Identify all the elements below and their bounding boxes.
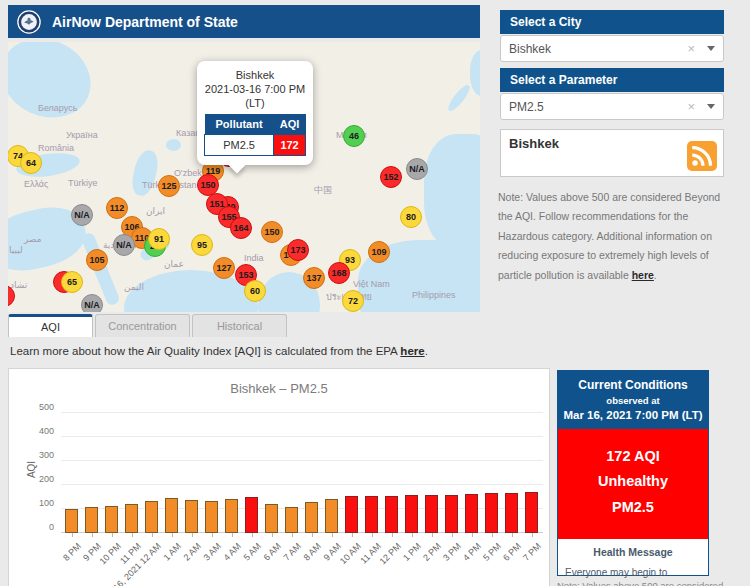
- health-message-title: Health Message: [565, 546, 701, 558]
- sidebar-note-link[interactable]: here: [632, 269, 654, 281]
- chart-x-tick: [532, 533, 533, 537]
- chart-bar: [465, 494, 478, 533]
- parameter-select[interactable]: PM2.5 ×: [500, 93, 724, 120]
- map-place-label: Беларусь: [38, 103, 77, 113]
- aqi-marker[interactable]: 91: [148, 228, 170, 250]
- chart-gridline: [61, 412, 543, 413]
- aqi-marker[interactable]: 127: [213, 257, 235, 279]
- chart-bar: [445, 495, 458, 533]
- aqi-marker[interactable]: 152: [380, 166, 402, 188]
- aqi-category: Unhealthy: [562, 469, 704, 494]
- chart-x-tick: [312, 533, 313, 537]
- health-message-block: Health Message Everyone may begin to exp…: [558, 539, 708, 586]
- chart-x-tick-label: 3 AM: [201, 541, 223, 563]
- city-select-value: Bishkek: [509, 42, 679, 56]
- chart-x-tick-label: 12 PM: [377, 541, 402, 566]
- lake-baikal-shape: [445, 82, 473, 113]
- aqi-marker[interactable]: 46: [343, 125, 365, 147]
- map-place-label: Philippines: [412, 290, 456, 300]
- aqi-pollutant: PM2.5: [562, 495, 704, 520]
- aqi-marker[interactable]: 164: [230, 217, 252, 239]
- chart-bar: [185, 500, 198, 533]
- aqi-marker[interactable]: 125: [158, 175, 180, 197]
- aqi-marker[interactable]: 60: [244, 280, 266, 302]
- map-place-label: اليمن: [124, 282, 144, 292]
- aqi-marker[interactable]: N/A: [113, 234, 135, 256]
- chart-x-tick: [512, 533, 513, 537]
- city-clear-icon[interactable]: ×: [679, 41, 703, 56]
- aqi-marker[interactable]: 72: [342, 290, 364, 312]
- chart-x-tick-label: 2 PM: [421, 541, 443, 563]
- popup-timezone: (LT): [204, 97, 306, 111]
- aqi-marker[interactable]: 112: [106, 197, 128, 219]
- sidebar-note-before: Note: Values above 500 are considered Be…: [498, 191, 720, 281]
- aqi-marker[interactable]: 168: [328, 262, 350, 284]
- aqi-marker[interactable]: N/A: [81, 294, 103, 312]
- chart-gridline: [61, 460, 543, 461]
- rss-feed-city: Bishkek: [509, 136, 715, 151]
- aqi-marker[interactable]: 64: [20, 152, 42, 174]
- chart-y-tick-label: 100: [39, 498, 54, 508]
- app-header: AirNow Department of State: [8, 5, 480, 38]
- tab-aqi[interactable]: AQI: [8, 314, 93, 337]
- map[interactable]: БеларусьУкраїнаRomâniaΕλλάςTürkiyeКазақс…: [8, 42, 480, 312]
- parameter-caret-icon[interactable]: [707, 104, 715, 109]
- city-select[interactable]: Bishkek ×: [500, 35, 724, 62]
- epa-link[interactable]: here: [400, 345, 424, 357]
- sea-shape: [424, 134, 480, 250]
- chart-x-tick: [492, 533, 493, 537]
- chart-x-tick-label: 8 AM: [301, 541, 323, 563]
- current-conditions-panel: Current Conditions observed at Mar 16, 2…: [557, 370, 709, 576]
- chart-x-tick: [172, 533, 173, 537]
- chart-x-tick-label: 6 AM: [261, 541, 283, 563]
- chart-x-tick-label: 11 AM: [358, 541, 383, 566]
- sea-shape: [129, 148, 161, 198]
- sidebar-note-after: .: [654, 269, 657, 281]
- map-place-label: România: [38, 143, 74, 153]
- observed-at-label: observed at: [562, 395, 704, 406]
- sidebar-note: Note: Values above 500 are considered Be…: [498, 188, 736, 285]
- chart-bar: [505, 493, 518, 533]
- aqi-marker[interactable]: 150: [261, 221, 283, 243]
- popup-aqi-value: 172: [274, 135, 306, 156]
- map-place-label: India: [244, 253, 264, 263]
- parameter-clear-icon[interactable]: ×: [679, 99, 703, 114]
- chart-y-tick-label: 400: [39, 426, 54, 436]
- aqi-marker[interactable]: 80: [400, 206, 422, 228]
- chart-x-tick: [232, 533, 233, 537]
- chart-x-tick: [272, 533, 273, 537]
- aqi-marker[interactable]: 173: [287, 239, 309, 261]
- map-place-label: Україна: [66, 130, 98, 140]
- parameter-panel: Select a Parameter PM2.5 ×: [500, 68, 724, 120]
- chart-gridline: [61, 484, 543, 485]
- chart-x-tick-label: 10 AM: [337, 541, 362, 566]
- aqi-marker[interactable]: 95: [191, 234, 213, 256]
- aqi-marker[interactable]: N/A: [406, 158, 428, 180]
- city-caret-icon[interactable]: [707, 46, 715, 51]
- rss-icon[interactable]: [687, 141, 717, 171]
- popup-city: Bishkek: [204, 69, 306, 83]
- tab-concentration[interactable]: Concentration: [95, 314, 190, 337]
- tab-historical[interactable]: Historical: [192, 314, 287, 337]
- aqi-alert-block: 172 AQI Unhealthy PM2.5: [558, 429, 708, 539]
- popup-tail: [229, 157, 246, 174]
- aqi-marker[interactable]: 109: [368, 241, 390, 263]
- popup-pollutant-value: PM2.5: [205, 135, 274, 156]
- chart-bar: [205, 501, 218, 533]
- chart-x-tick-label: 5 AM: [241, 541, 263, 563]
- chart-bar: [285, 507, 298, 533]
- aqi-marker[interactable]: 105: [86, 249, 108, 271]
- aqi-marker[interactable]: 137: [303, 267, 325, 289]
- chart-bar: [345, 496, 358, 533]
- chart-x-tick: [412, 533, 413, 537]
- truncated-note: Note: Values above 500 are considered Be…: [557, 580, 727, 586]
- aqi-marker[interactable]: N/A: [71, 204, 93, 226]
- current-conditions-title: Current Conditions: [562, 378, 704, 392]
- chart-x-tick-label: 5 PM: [481, 541, 503, 563]
- city-panel: Select a City Bishkek ×: [500, 10, 724, 62]
- tab-bar: AQI Concentration Historical: [8, 314, 289, 337]
- chart-x-tick-label: 4 AM: [221, 541, 243, 563]
- learn-more-after: .: [425, 345, 428, 357]
- chart-bar: [265, 504, 278, 533]
- aqi-marker[interactable]: 65: [61, 271, 83, 293]
